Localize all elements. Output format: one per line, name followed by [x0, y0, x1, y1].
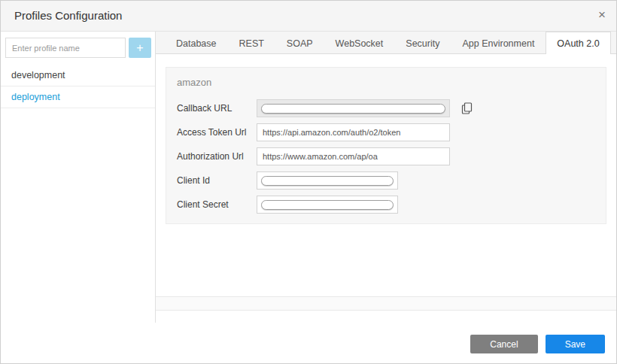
- authorization-url-field[interactable]: [257, 147, 450, 165]
- access-token-url-label: Access Token Url: [177, 127, 257, 138]
- client-id-field[interactable]: [257, 171, 398, 190]
- profiles-sidebar: + development deployment: [1, 32, 156, 323]
- client-secret-label: Client Secret: [177, 199, 257, 210]
- cancel-button[interactable]: Cancel: [470, 335, 537, 353]
- callback-url-label: Callback URL: [177, 103, 257, 114]
- tab-oauth-2-0[interactable]: OAuth 2.0: [546, 32, 610, 54]
- tab-soap[interactable]: SOAP: [275, 32, 324, 53]
- dialog-actions: Cancel Save: [470, 335, 605, 353]
- sidebar-item-deployment[interactable]: deployment: [1, 86, 155, 108]
- content-footer-strip: [156, 296, 616, 311]
- close-icon[interactable]: ×: [598, 8, 606, 23]
- add-profile-button[interactable]: +: [129, 38, 151, 58]
- client-id-label: Client Id: [177, 175, 257, 186]
- redacted-value: [261, 176, 394, 186]
- redacted-value: [261, 200, 394, 210]
- save-button[interactable]: Save: [546, 335, 605, 353]
- authorization-url-row: Authorization Url: [177, 147, 595, 165]
- provider-name: amazon: [177, 77, 595, 88]
- profile-input-row: +: [1, 32, 155, 65]
- client-secret-row: Client Secret: [177, 196, 595, 214]
- client-secret-field[interactable]: [257, 196, 398, 214]
- authorization-url-label: Authorization Url: [177, 151, 257, 162]
- tab-bar: Database REST SOAP WebSocket Security Ap…: [156, 32, 616, 54]
- copy-icon[interactable]: [460, 102, 473, 115]
- redacted-value: [261, 104, 445, 114]
- dialog-header: Profiles Configuration ×: [1, 1, 616, 32]
- callback-url-row: Callback URL: [177, 99, 595, 117]
- page-title: Profiles Configuration: [14, 9, 122, 22]
- tab-security[interactable]: Security: [394, 32, 451, 53]
- sidebar-item-development[interactable]: development: [1, 65, 155, 86]
- profiles-configuration-dialog: Profiles Configuration × + development d…: [0, 0, 617, 364]
- tab-app-environment[interactable]: App Environment: [451, 32, 546, 53]
- profile-name-input[interactable]: [5, 38, 126, 58]
- tab-database[interactable]: Database: [165, 32, 228, 53]
- tab-rest[interactable]: REST: [228, 32, 275, 53]
- oauth-provider-panel: amazon Callback URL Access Token Url: [166, 67, 606, 224]
- main-content: Database REST SOAP WebSocket Security Ap…: [156, 32, 616, 363]
- callback-url-field: [257, 99, 450, 117]
- client-id-row: Client Id: [177, 171, 595, 190]
- tab-websocket[interactable]: WebSocket: [324, 32, 395, 53]
- access-token-url-row: Access Token Url: [177, 123, 595, 141]
- access-token-url-field[interactable]: [257, 123, 450, 141]
